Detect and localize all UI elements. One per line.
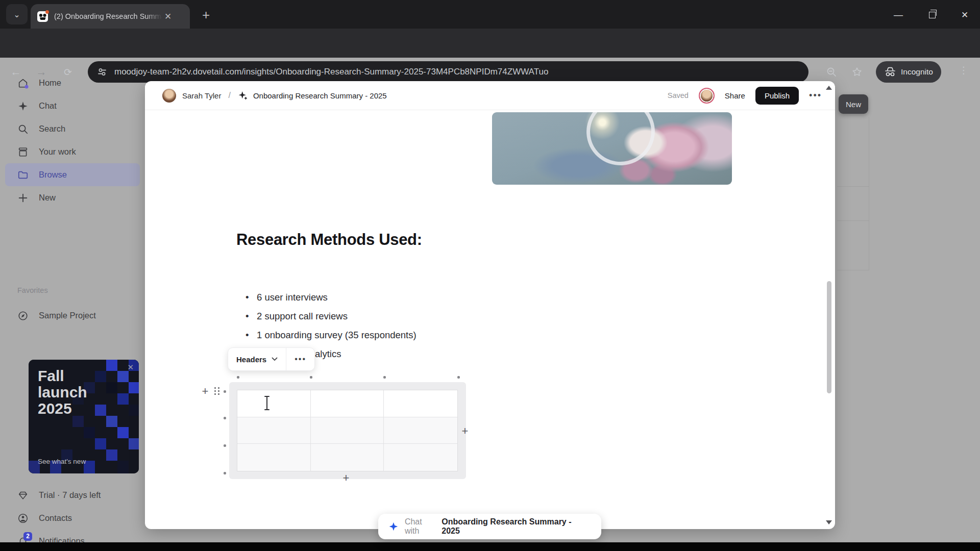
incognito-label: Incognito bbox=[901, 67, 933, 77]
add-row-button[interactable]: + bbox=[341, 473, 351, 483]
window-minimize-button[interactable]: — bbox=[891, 8, 905, 21]
list-item[interactable]: 2 support call reviews bbox=[244, 310, 416, 322]
drag-handle-icon[interactable] bbox=[214, 387, 220, 396]
window-restore-button[interactable] bbox=[925, 8, 939, 21]
section-heading[interactable]: Research Methods Used: bbox=[236, 231, 422, 249]
app-sidebar: Home Chat Search Your work bbox=[0, 58, 145, 542]
table-cell[interactable] bbox=[311, 417, 384, 444]
sidebar-item-your-work[interactable]: Your work bbox=[0, 140, 145, 163]
sidebar-item-new[interactable]: New bbox=[0, 186, 145, 209]
headers-dropdown-label: Headers bbox=[236, 355, 266, 364]
table-handle-dot bbox=[224, 390, 226, 393]
sidebar-item-contacts[interactable]: Contacts bbox=[0, 507, 145, 530]
favorites-heading: Favorites bbox=[17, 286, 48, 294]
contacts-label: Contacts bbox=[39, 513, 72, 523]
more-options-icon[interactable]: ••• bbox=[809, 90, 822, 101]
collaborator-avatar[interactable] bbox=[699, 88, 715, 104]
dovetail-favicon-icon bbox=[37, 10, 49, 22]
breadcrumb-separator: / bbox=[228, 91, 230, 100]
text-cursor-ibeam bbox=[264, 395, 270, 411]
window-close-button[interactable]: ✕ bbox=[958, 8, 972, 21]
sidebar-item-label: Search bbox=[39, 124, 65, 134]
bookmark-star-icon[interactable] bbox=[849, 64, 865, 80]
share-button[interactable]: Share bbox=[725, 91, 745, 100]
table-handle-dot bbox=[310, 376, 312, 379]
add-block-button[interactable]: + bbox=[200, 386, 210, 396]
tab-close-icon[interactable]: ✕ bbox=[164, 11, 172, 22]
favorite-item-label: Sample Project bbox=[39, 311, 96, 320]
table-handle-dot bbox=[383, 376, 386, 379]
sidebar-item-label: New bbox=[39, 193, 56, 203]
publish-button[interactable]: Publish bbox=[755, 87, 799, 105]
new-tab-button[interactable]: + bbox=[202, 7, 210, 23]
chevron-down-icon bbox=[272, 357, 278, 361]
breadcrumb-doc-title[interactable]: Onboarding Research Summary - 2025 bbox=[253, 91, 387, 100]
contact-person-icon bbox=[17, 513, 29, 524]
list-item[interactable]: 1 onboarding survey (35 respondents) bbox=[244, 329, 416, 341]
block-format-toolbar: Headers ••• bbox=[228, 347, 315, 371]
promo-card-fall-launch[interactable]: Fall launch 2025 See what's new ✕ bbox=[29, 360, 139, 473]
author-avatar[interactable] bbox=[162, 89, 176, 103]
url-text: moodjoy-team-2h2v.dovetail.com/insights/… bbox=[114, 67, 548, 77]
saved-status: Saved bbox=[668, 91, 689, 99]
sidebar-item-label: Chat bbox=[39, 101, 57, 111]
sidebar-item-sample-project[interactable]: Sample Project bbox=[0, 304, 145, 327]
plus-icon bbox=[17, 192, 29, 204]
home-icon bbox=[17, 78, 29, 89]
table-handle-dot bbox=[224, 472, 226, 474]
document-header: Sarah Tyler / Onboarding Research Summar… bbox=[145, 81, 835, 110]
notification-count-badge: 2 bbox=[23, 532, 32, 541]
tab-search-button[interactable]: ⌄ bbox=[6, 4, 28, 24]
tab-title: (2) Onboarding Research Summary - 2025 bbox=[54, 12, 162, 20]
scroll-up-arrow[interactable] bbox=[826, 86, 832, 90]
gem-icon bbox=[17, 490, 29, 501]
sidebar-item-chat[interactable]: Chat bbox=[0, 94, 145, 117]
promo-title: Fall launch 2025 bbox=[38, 368, 104, 417]
incognito-icon bbox=[884, 66, 896, 78]
sidebar-item-label: Home bbox=[39, 78, 61, 88]
hero-image-flowers[interactable] bbox=[492, 112, 732, 185]
new-feature-badge: New bbox=[839, 94, 868, 114]
sidebar-item-label: Browse bbox=[39, 170, 67, 180]
chat-doc-title: Onboarding Research Summary - 2025 bbox=[442, 517, 591, 536]
browser-tab[interactable]: (2) Onboarding Research Summary - 2025 ✕ bbox=[31, 4, 190, 29]
folder-icon bbox=[17, 169, 29, 181]
chevron-down-icon: ⌄ bbox=[13, 10, 20, 19]
chat-sparkle-icon bbox=[388, 521, 399, 532]
chat-prefix: Chat with bbox=[405, 517, 438, 536]
breadcrumb-author[interactable]: Sarah Tyler bbox=[182, 91, 221, 100]
list-item[interactable]: 6 user interviews bbox=[244, 291, 416, 304]
table-handle-dot bbox=[237, 376, 239, 379]
table-cell[interactable] bbox=[311, 390, 384, 417]
page-zoom-icon[interactable] bbox=[824, 64, 839, 80]
close-icon[interactable]: ✕ bbox=[127, 363, 134, 372]
trial-label: Trial · 7 days left bbox=[39, 490, 101, 500]
hero-image-ring-detail bbox=[579, 112, 662, 172]
sidebar-item-home[interactable]: Home bbox=[0, 71, 145, 94]
sidebar-item-browse[interactable]: Browse bbox=[5, 163, 140, 186]
sidebar-item-trial[interactable]: Trial · 7 days left bbox=[0, 484, 145, 507]
table-handle-dot bbox=[457, 376, 460, 379]
chat-with-doc-bar[interactable]: Chat with Onboarding Research Summary - … bbox=[378, 514, 601, 539]
browser-tab-strip: ⌄ (2) Onboarding Research Summary - 2025… bbox=[0, 0, 980, 29]
scrollbar-thumb[interactable] bbox=[827, 281, 831, 393]
headers-dropdown[interactable]: Headers bbox=[228, 348, 286, 370]
sidebar-item-label: Your work bbox=[39, 147, 76, 157]
add-column-button[interactable]: + bbox=[460, 426, 470, 436]
address-bar[interactable]: moodjoy-team-2h2v.dovetail.com/insights/… bbox=[88, 61, 808, 83]
table-cell[interactable] bbox=[384, 390, 457, 417]
work-tray-icon bbox=[17, 146, 29, 158]
table-handle-dot bbox=[224, 417, 226, 419]
promo-cta-link[interactable]: See what's new bbox=[38, 458, 86, 465]
browser-menu-icon[interactable]: ⋮ bbox=[959, 64, 969, 76]
table-cell[interactable] bbox=[237, 390, 311, 417]
table-cell[interactable] bbox=[384, 417, 457, 444]
table-cell[interactable] bbox=[237, 417, 311, 444]
sidebar-item-search[interactable]: Search bbox=[0, 117, 145, 140]
table-cell[interactable] bbox=[311, 444, 384, 471]
toolbar-more-icon[interactable]: ••• bbox=[286, 355, 314, 364]
incognito-badge: Incognito bbox=[876, 61, 941, 83]
scroll-down-arrow[interactable] bbox=[826, 520, 832, 524]
table-cell[interactable] bbox=[384, 444, 457, 471]
table-cell[interactable] bbox=[237, 444, 311, 471]
